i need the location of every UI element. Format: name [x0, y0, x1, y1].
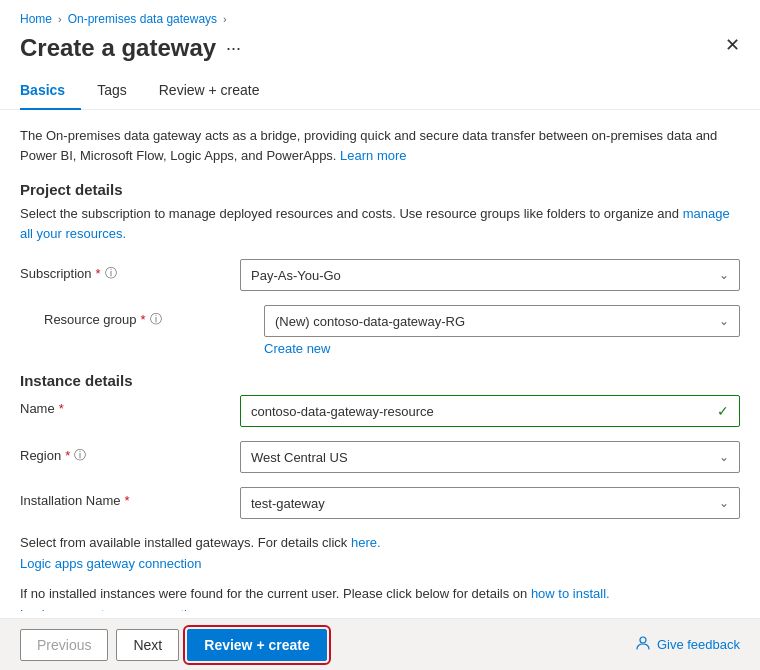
region-label: Region * ⓘ — [20, 441, 240, 464]
breadcrumb: Home › On-premises data gateways › — [0, 0, 760, 34]
here-link[interactable]: here. — [351, 535, 381, 550]
project-details-section: Project details Select the subscription … — [20, 181, 740, 356]
give-feedback-button[interactable]: Give feedback — [635, 635, 740, 654]
installation-name-label: Installation Name * — [20, 487, 240, 508]
tab-tags[interactable]: Tags — [81, 74, 143, 110]
subscription-row: Subscription * ⓘ Pay-As-You-Go ⌄ — [20, 259, 740, 291]
region-info-icon[interactable]: ⓘ — [74, 447, 86, 464]
resource-group-info-icon[interactable]: ⓘ — [150, 311, 162, 328]
note-line2: If no installed instances were found for… — [20, 586, 740, 601]
name-required: * — [59, 401, 64, 416]
name-row: Name * contoso-data-gateway-resource ✓ — [20, 395, 740, 427]
subscription-label: Subscription * ⓘ — [20, 259, 240, 282]
installation-name-value: test-gateway — [251, 496, 325, 511]
installation-name-control: test-gateway ⌄ — [240, 487, 740, 519]
region-control: West Central US ⌄ — [240, 441, 740, 473]
logic-apps-link-2[interactable]: Logic apps gateway connection — [20, 607, 201, 611]
feedback-icon — [635, 635, 651, 654]
header-left: Create a gateway ··· — [20, 34, 241, 62]
tab-review-create[interactable]: Review + create — [143, 74, 276, 110]
region-dropdown-arrow: ⌄ — [719, 450, 729, 464]
breadcrumb-section[interactable]: On-premises data gateways — [68, 12, 217, 26]
review-create-button[interactable]: Review + create — [187, 629, 326, 661]
installation-name-required: * — [124, 493, 129, 508]
previous-button[interactable]: Previous — [20, 629, 108, 661]
resource-group-row: Resource group * ⓘ (New) contoso-data-ga… — [44, 305, 740, 356]
note-line1: Select from available installed gateways… — [20, 535, 740, 550]
next-button[interactable]: Next — [116, 629, 179, 661]
close-icon[interactable]: ✕ — [725, 34, 740, 56]
footer: Previous Next Review + create Give feedb… — [0, 618, 760, 670]
instance-details-section: Instance details Name * contoso-data-gat… — [20, 372, 740, 519]
main-content: The On-premises data gateway acts as a b… — [0, 126, 760, 611]
subscription-control: Pay-As-You-Go ⌄ — [240, 259, 740, 291]
name-value: contoso-data-gateway-resource — [251, 404, 434, 419]
installation-name-dropdown-arrow: ⌄ — [719, 496, 729, 510]
project-details-title: Project details — [20, 181, 740, 198]
resource-group-required: * — [141, 312, 146, 327]
name-label: Name * — [20, 395, 240, 416]
subscription-info-icon[interactable]: ⓘ — [105, 265, 117, 282]
page-title: Create a gateway — [20, 34, 216, 62]
subscription-dropdown-arrow: ⌄ — [719, 268, 729, 282]
subscription-value: Pay-As-You-Go — [251, 268, 341, 283]
breadcrumb-home[interactable]: Home — [20, 12, 52, 26]
region-required: * — [65, 448, 70, 463]
resource-group-control: (New) contoso-data-gateway-RG ⌄ Create n… — [264, 305, 740, 356]
tab-bar: Basics Tags Review + create — [0, 74, 760, 110]
instance-details-title: Instance details — [20, 372, 740, 389]
name-control: contoso-data-gateway-resource ✓ — [240, 395, 740, 427]
page-header: Create a gateway ··· ✕ — [0, 34, 760, 74]
subscription-dropdown[interactable]: Pay-As-You-Go ⌄ — [240, 259, 740, 291]
give-feedback-label: Give feedback — [657, 637, 740, 652]
region-value: West Central US — [251, 450, 348, 465]
installation-name-dropdown[interactable]: test-gateway ⌄ — [240, 487, 740, 519]
description-text: The On-premises data gateway acts as a b… — [20, 126, 740, 165]
resource-group-value: (New) contoso-data-gateway-RG — [275, 314, 465, 329]
region-row: Region * ⓘ West Central US ⌄ — [20, 441, 740, 473]
manage-resources-link[interactable]: manage all your resources. — [20, 206, 730, 241]
installation-name-row: Installation Name * test-gateway ⌄ — [20, 487, 740, 519]
subscription-required: * — [96, 266, 101, 281]
resource-group-label: Resource group * ⓘ — [44, 305, 264, 328]
how-to-install-link[interactable]: how to install. — [531, 586, 610, 601]
learn-more-link[interactable]: Learn more — [340, 148, 406, 163]
name-valid-icon: ✓ — [717, 403, 729, 419]
svg-point-0 — [640, 637, 646, 643]
more-options-icon[interactable]: ··· — [226, 38, 241, 59]
tab-basics[interactable]: Basics — [20, 74, 81, 110]
project-details-desc: Select the subscription to manage deploy… — [20, 204, 740, 243]
name-dropdown[interactable]: contoso-data-gateway-resource ✓ — [240, 395, 740, 427]
breadcrumb-chevron2: › — [223, 13, 227, 25]
region-dropdown[interactable]: West Central US ⌄ — [240, 441, 740, 473]
breadcrumb-chevron1: › — [58, 13, 62, 25]
logic-apps-link-1[interactable]: Logic apps gateway connection — [20, 556, 201, 571]
notes-section: Select from available installed gateways… — [20, 535, 740, 611]
create-new-link[interactable]: Create new — [264, 341, 330, 356]
resource-group-dropdown[interactable]: (New) contoso-data-gateway-RG ⌄ — [264, 305, 740, 337]
resource-group-dropdown-arrow: ⌄ — [719, 314, 729, 328]
